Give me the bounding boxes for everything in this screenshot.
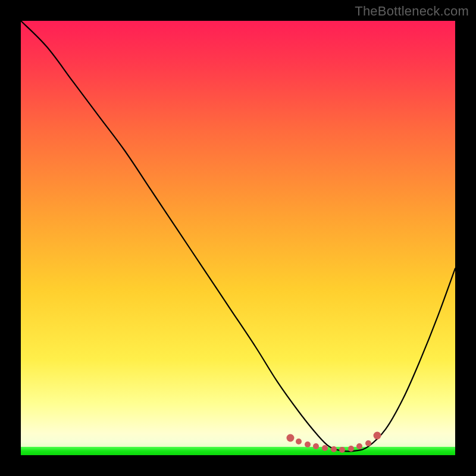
valley-dot (296, 439, 302, 444)
valley-dot (286, 434, 294, 441)
chart-container: TheBottleneck.com (0, 0, 476, 476)
valley-dot (322, 445, 328, 451)
watermark-text: TheBottleneck.com (355, 4, 469, 19)
valley-dot (305, 441, 311, 447)
valley-dot (365, 440, 371, 446)
valley-dot (313, 443, 319, 449)
valley-dots-group (21, 21, 455, 455)
valley-dot (373, 432, 381, 440)
valley-dot (339, 447, 345, 453)
valley-dot (356, 443, 362, 449)
valley-dot (331, 446, 337, 452)
plot-area (21, 21, 455, 455)
valley-dot (348, 446, 354, 452)
